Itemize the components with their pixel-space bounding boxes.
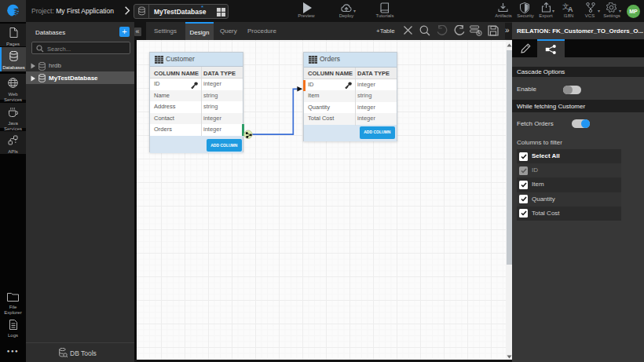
svg-text:A: A	[568, 5, 573, 13]
